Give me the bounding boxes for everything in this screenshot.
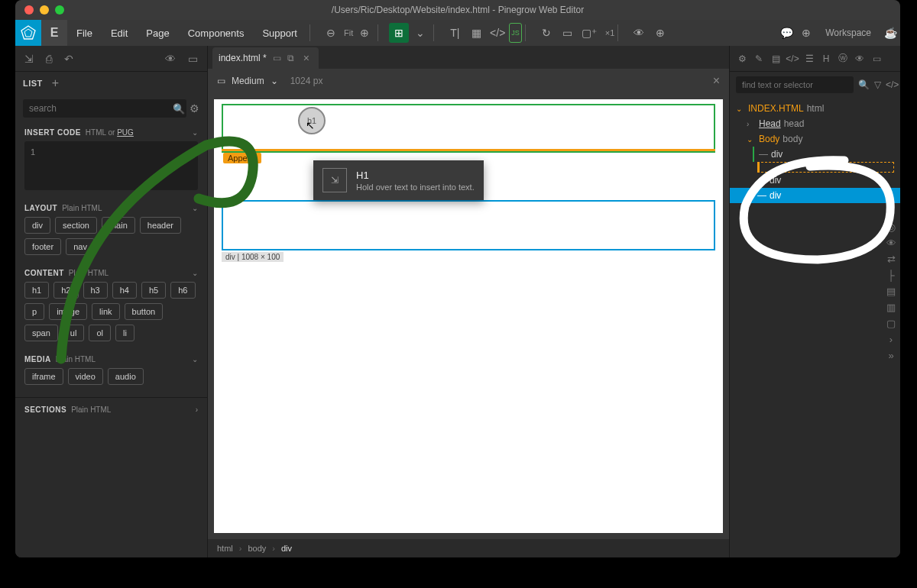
visibility-button[interactable]: 👁: [629, 23, 649, 43]
chip-image[interactable]: image: [49, 303, 87, 320]
target-icon[interactable]: ◎: [883, 221, 899, 233]
sliders-icon[interactable]: ⚙: [734, 51, 750, 66]
chip-h2[interactable]: h2: [53, 282, 78, 299]
section-insert-code[interactable]: INSERT CODE HTML or PUG ⌄: [15, 122, 207, 141]
chip-header[interactable]: header: [140, 217, 181, 234]
coffee-icon[interactable]: ☕: [880, 23, 900, 43]
chip-iframe[interactable]: iframe: [24, 368, 63, 385]
globe-button[interactable]: ⊕: [650, 23, 670, 43]
layers-icon[interactable]: ▭: [185, 50, 201, 68]
search-icon[interactable]: 🔍: [858, 77, 870, 92]
dropdown-chevron-icon[interactable]: ⌄: [410, 23, 430, 43]
text-tool-button[interactable]: T|: [445, 23, 465, 43]
grid-icon[interactable]: ▤: [768, 51, 783, 66]
breadcrumb-html[interactable]: html: [217, 544, 233, 553]
chat-icon[interactable]: 💬: [776, 23, 796, 43]
tree-root[interactable]: ⌄ INDEX.HTML html: [730, 101, 900, 116]
chip-p[interactable]: p: [24, 303, 44, 320]
page-canvas[interactable]: Append h1 ↖ ⇲ H1 Hold over text to inser…: [214, 99, 723, 533]
tree-head[interactable]: › Head head: [730, 116, 900, 131]
chip-main[interactable]: main: [102, 217, 135, 234]
section-content[interactable]: CONTENT Plain HTML ⌄: [15, 263, 207, 282]
section-layout[interactable]: LAYOUT Plain HTML ⌄: [15, 198, 207, 217]
zoom-fit-label[interactable]: Fit: [344, 28, 353, 37]
import-icon[interactable]: ⇲: [21, 50, 37, 68]
breadcrumb-div[interactable]: div: [281, 544, 292, 553]
close-window-button[interactable]: [24, 5, 34, 15]
print-icon[interactable]: ⎙: [43, 50, 55, 68]
search-input[interactable]: [23, 99, 186, 118]
viewport-device-icon[interactable]: ▭: [217, 76, 225, 86]
chip-ul[interactable]: ul: [63, 325, 85, 341]
grid-tool-button[interactable]: ⊞: [389, 23, 409, 43]
chip-audio[interactable]: audio: [108, 368, 144, 385]
add-tab-button[interactable]: +: [52, 76, 59, 90]
viewport-size-select[interactable]: Medium: [232, 76, 264, 86]
workspace-menu[interactable]: Workspace: [816, 27, 880, 38]
chip-footer[interactable]: footer: [24, 238, 61, 255]
chip-h4[interactable]: h4: [112, 282, 137, 299]
code-tool-button[interactable]: </>: [488, 23, 507, 43]
tree-div-1[interactable]: — div: [753, 147, 900, 162]
eye-icon[interactable]: 👁: [162, 50, 179, 68]
move-icon[interactable]: ⇄: [883, 254, 899, 265]
duplicate-icon[interactable]: ⧉: [287, 53, 294, 63]
close-tab-button[interactable]: ×: [300, 52, 313, 64]
panel-icon[interactable]: ▭: [869, 51, 884, 66]
app-logo-icon[interactable]: [15, 20, 41, 46]
section-media[interactable]: MEDIA Plain HTML ⌄: [15, 349, 207, 368]
section-sections[interactable]: SECTIONS Plain HTML ›: [15, 397, 207, 418]
chip-link[interactable]: link: [92, 303, 120, 320]
code-icon[interactable]: </>: [785, 51, 800, 66]
tree-search-input[interactable]: [736, 76, 854, 93]
trash-icon[interactable]: 🗑: [885, 190, 894, 201]
breadcrumb-body[interactable]: body: [248, 544, 266, 553]
expand-icon[interactable]: »: [883, 350, 899, 361]
refresh-button[interactable]: ↻: [536, 23, 556, 43]
columns-icon[interactable]: ▥: [883, 302, 899, 313]
undo-icon[interactable]: ↶: [61, 50, 76, 68]
code-input-area[interactable]: 1: [24, 141, 198, 190]
tree-body[interactable]: ⌄ Body body: [730, 131, 900, 147]
filter-icon[interactable]: ▽: [874, 77, 881, 92]
collapse-icon[interactable]: ›: [883, 334, 899, 345]
chip-span[interactable]: span: [24, 325, 58, 341]
filter-settings-icon[interactable]: ⚙: [190, 102, 199, 115]
mode-e-button[interactable]: E: [41, 20, 67, 46]
chip-li[interactable]: li: [115, 325, 134, 341]
code-view-icon[interactable]: </>: [886, 77, 899, 92]
layout-tool-button[interactable]: ▦: [466, 23, 486, 43]
device-icon[interactable]: ▭: [273, 53, 281, 63]
brush-icon[interactable]: ✎: [751, 51, 766, 66]
chip-nav[interactable]: nav: [66, 238, 95, 255]
device-preview-button[interactable]: ▭: [558, 23, 578, 43]
zoom-out-button[interactable]: ⊖: [321, 23, 341, 43]
js-tool-button[interactable]: JS: [509, 23, 522, 43]
tab-list[interactable]: LIST: [23, 79, 43, 88]
canvas-div-2[interactable]: [222, 200, 715, 250]
menu-support[interactable]: Support: [253, 27, 306, 39]
menu-edit[interactable]: Edit: [102, 27, 137, 39]
maximize-window-button[interactable]: [55, 5, 64, 15]
h-icon[interactable]: H: [818, 51, 834, 66]
chip-div[interactable]: div: [24, 217, 50, 234]
chip-video[interactable]: video: [68, 368, 103, 385]
chip-h1[interactable]: h1: [24, 282, 49, 299]
chip-section[interactable]: section: [55, 217, 97, 234]
zoom-in-button[interactable]: ⊕: [355, 23, 374, 43]
menu-page[interactable]: Page: [137, 27, 178, 39]
multiplier-label[interactable]: ×1: [605, 28, 615, 37]
chip-button[interactable]: button: [125, 303, 164, 320]
chip-h5[interactable]: h5: [141, 282, 166, 299]
box-icon[interactable]: ▢: [883, 318, 899, 329]
pug-link[interactable]: PUG: [117, 128, 134, 137]
tree-div-2[interactable]: — div: [730, 173, 900, 188]
eye-icon[interactable]: 👁: [852, 51, 867, 66]
search-toolbar-button[interactable]: ⊕: [796, 23, 816, 43]
minimize-window-button[interactable]: [40, 5, 49, 15]
tree-div-3-selected[interactable]: — div 🗑: [730, 188, 900, 203]
chip-h6[interactable]: h6: [170, 282, 195, 299]
wordpress-icon[interactable]: ⓦ: [835, 51, 851, 66]
chip-ol[interactable]: ol: [89, 325, 111, 341]
hide-icon[interactable]: 👁: [883, 237, 899, 249]
